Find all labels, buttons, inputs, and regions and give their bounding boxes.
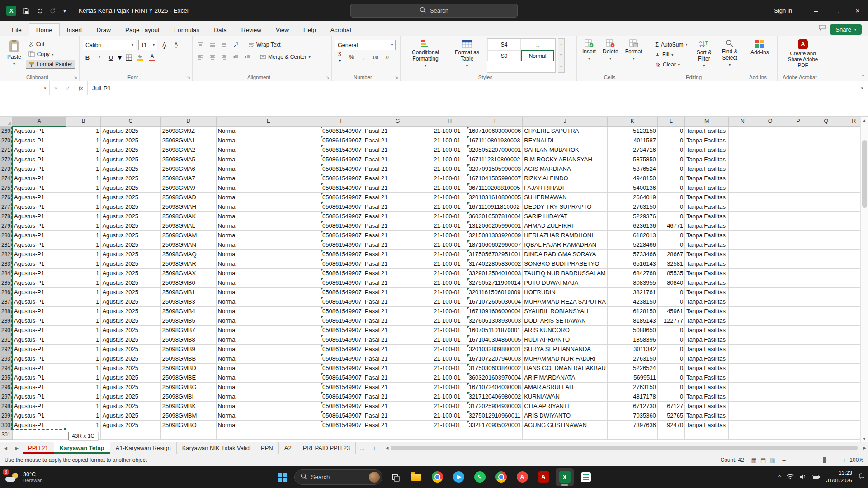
cell[interactable]: 7035360 — [607, 411, 657, 421]
cell[interactable]: Pasal 21 — [363, 373, 432, 383]
cell[interactable]: 0 — [657, 136, 684, 145]
cell[interactable] — [363, 430, 432, 440]
cell[interactable] — [729, 202, 756, 212]
cell[interactable]: 21-100-01 — [432, 231, 467, 240]
zoom-in-button[interactable]: + — [843, 457, 846, 464]
cell[interactable]: Tanpa Fasilitas — [685, 402, 729, 411]
cell[interactable]: Normal — [216, 126, 321, 136]
cell[interactable] — [784, 402, 812, 411]
cell[interactable]: 1 — [66, 136, 100, 145]
cell[interactable]: HANS GOLDMAN RAHAKBAU — [523, 364, 608, 373]
cell[interactable]: 0 — [657, 155, 684, 164]
cell[interactable] — [756, 269, 784, 278]
ribbon-tab-insert[interactable]: Insert — [60, 23, 90, 36]
cell[interactable]: 5228466 — [607, 240, 657, 250]
cell[interactable]: 1 — [66, 297, 100, 307]
create-share-pdf-button[interactable]: A Create and Share Adobe PDF — [781, 38, 825, 73]
cell[interactable] — [729, 259, 756, 269]
cell[interactable]: Pasal 21 — [363, 383, 432, 392]
cell[interactable] — [812, 288, 840, 297]
new-sheet-button[interactable]: + — [368, 442, 380, 454]
cell[interactable] — [784, 212, 812, 221]
column-header-d[interactable]: D — [160, 117, 216, 126]
row-header[interactable]: 297 — [0, 392, 12, 402]
cell[interactable] — [756, 164, 784, 174]
cell[interactable]: Agustus 2025 — [101, 421, 160, 430]
cell[interactable] — [729, 316, 756, 326]
cell[interactable]: 050861549907 — [321, 326, 363, 335]
cell[interactable]: 050861549907 — [321, 164, 363, 174]
cell[interactable]: 1 — [66, 307, 100, 316]
cell[interactable]: 050861549907 — [321, 250, 363, 259]
cell[interactable]: Agustus 2025 — [101, 402, 160, 411]
sign-in-button[interactable]: Sign in — [774, 7, 792, 14]
cell[interactable]: 25098GMA1 — [160, 136, 216, 145]
cell[interactable]: 1671072404030008 — [467, 383, 523, 392]
ribbon-tab-file[interactable]: File — [5, 23, 29, 36]
row-header[interactable]: 272 — [0, 155, 12, 164]
cell[interactable]: Agustus-P1 — [12, 126, 66, 136]
cell[interactable] — [729, 326, 756, 335]
cell[interactable] — [729, 392, 756, 402]
row-header[interactable]: 290 — [0, 326, 12, 335]
increase-font-button[interactable]: A▲ — [160, 40, 169, 50]
font-color-button[interactable]: A — [147, 52, 157, 62]
cancel-button[interactable]: × — [50, 85, 62, 92]
cell[interactable] — [729, 288, 756, 297]
cell[interactable]: Pasal 21 — [363, 164, 432, 174]
cell[interactable]: 050861549907 — [321, 231, 363, 240]
cell[interactable]: 050861549907 — [321, 259, 363, 269]
cell[interactable]: 0 — [657, 364, 684, 373]
comments-icon[interactable] — [819, 24, 826, 33]
cell[interactable]: 1 — [66, 183, 100, 193]
cell[interactable] — [756, 174, 784, 183]
cell[interactable]: Normal — [216, 402, 321, 411]
cell[interactable]: 5376524 — [607, 164, 657, 174]
cell[interactable]: 25098GMB8 — [160, 335, 216, 345]
cell[interactable]: 25098GMBO — [160, 421, 216, 430]
cell[interactable]: 6182013 — [607, 231, 657, 240]
cell[interactable]: Agustus 2025 — [101, 297, 160, 307]
cell[interactable]: 1671112310800002 — [467, 155, 523, 164]
cell[interactable]: 1 — [66, 212, 100, 221]
cell[interactable]: ARIF MARDANATA — [523, 373, 608, 383]
cell[interactable] — [812, 164, 840, 174]
cell[interactable]: 1858396 — [607, 335, 657, 345]
cell[interactable]: AHMAD ZULFIKRI — [523, 221, 608, 231]
addins-button[interactable]: Add-ins — [748, 38, 771, 73]
cell[interactable]: Agustus-P1 — [12, 373, 66, 383]
cell[interactable]: 45961 — [657, 307, 684, 316]
cell[interactable]: Pasal 21 — [363, 202, 432, 212]
cell[interactable]: Agustus 2025 — [101, 411, 160, 421]
cell[interactable]: Tanpa Fasilitas — [685, 221, 729, 231]
column-header-f[interactable]: F — [321, 117, 363, 126]
cell[interactable] — [729, 212, 756, 221]
cell[interactable]: Agustus-P1 — [12, 240, 66, 250]
cell[interactable]: AGIS MARDIANA — [523, 164, 608, 174]
cell[interactable] — [729, 193, 756, 202]
fill-button[interactable]: Fill▾ — [652, 50, 690, 59]
ribbon-tab-data[interactable]: Data — [207, 23, 234, 36]
cell[interactable]: 21-100-01 — [432, 155, 467, 164]
cell[interactable]: 6128150 — [607, 307, 657, 316]
cell[interactable]: 050861549907 — [321, 174, 363, 183]
cell[interactable]: 21-100-01 — [432, 307, 467, 316]
cell[interactable] — [756, 240, 784, 250]
cell[interactable] — [685, 430, 729, 440]
cell[interactable] — [784, 193, 812, 202]
merge-center-button[interactable]: Merge & Center▾ — [257, 52, 313, 61]
chrome-2-icon[interactable] — [492, 468, 510, 486]
cell[interactable]: Normal — [216, 155, 321, 164]
accounting-format-button[interactable]: $▾ — [335, 52, 344, 62]
cell[interactable]: 1 — [66, 221, 100, 231]
cell[interactable]: 122777 — [657, 316, 684, 326]
cell[interactable]: Tanpa Fasilitas — [685, 345, 729, 354]
cell[interactable]: 25098GMB1 — [160, 288, 216, 297]
row-header[interactable]: 270 — [0, 136, 12, 145]
cell[interactable]: 7397636 — [607, 421, 657, 430]
scroll-down-icon[interactable]: ▼ — [863, 435, 866, 442]
horizontal-scroll-thumb[interactable] — [391, 446, 857, 450]
cell[interactable]: 0 — [657, 202, 684, 212]
cell[interactable]: 21-100-01 — [432, 297, 467, 307]
cell[interactable]: Agustus-P1 — [12, 316, 66, 326]
